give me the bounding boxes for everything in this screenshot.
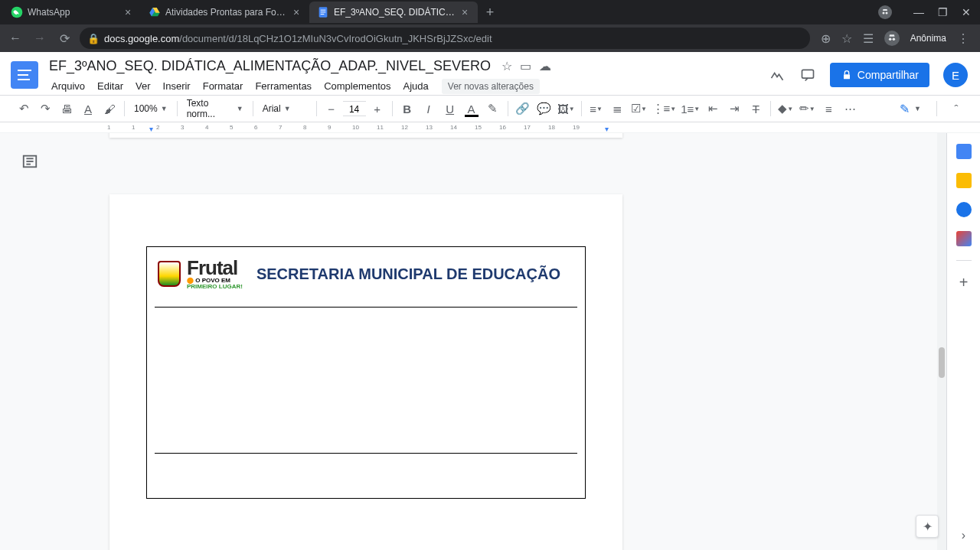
underline-button[interactable]: U [440, 99, 460, 119]
tab-docs-active[interactable]: EF_3ºANO_SEQ. DIDÁTICA_ALIME × [309, 2, 478, 23]
align-button[interactable]: ≡▼ [586, 99, 606, 119]
line-spacing-button[interactable]: ≣ [608, 99, 628, 119]
border-color-button[interactable]: ✏▼ [797, 99, 817, 119]
svg-point-5 [883, 12, 885, 15]
outline-toggle-button[interactable] [21, 153, 38, 170]
menu-ferramentas[interactable]: Ferramentas [250, 77, 317, 95]
explore-button[interactable]: ✦ [916, 515, 939, 538]
italic-button[interactable]: I [419, 99, 439, 119]
document-page[interactable]: Frutal ⬤ O POVO EM PRIMEIRO LUGAR! SECRE… [109, 194, 622, 550]
collapse-toolbar-button[interactable]: ˆ [946, 99, 966, 119]
side-panel: + › [946, 133, 980, 550]
comments-icon[interactable] [799, 67, 816, 83]
new-tab-button[interactable]: + [481, 3, 499, 21]
reading-list-icon[interactable]: ☰ [863, 31, 874, 46]
close-icon[interactable]: × [122, 7, 133, 18]
user-avatar[interactable]: E [943, 63, 968, 87]
menu-editar[interactable]: Editar [92, 77, 129, 95]
fill-color-button[interactable]: ◆▼ [776, 99, 795, 119]
text-color-button[interactable]: A [462, 99, 482, 119]
font-decrease-button[interactable]: − [322, 99, 341, 119]
redo-button[interactable]: ↷ [35, 99, 55, 119]
tab-whatsapp[interactable]: WhatsApp × [3, 2, 141, 23]
keep-icon[interactable] [956, 173, 972, 188]
ruler-tick: 9 [328, 124, 331, 131]
star-icon[interactable]: ☆ [501, 59, 512, 73]
back-button[interactable]: ← [6, 29, 24, 47]
ruler[interactable]: ▾ ▾ 112345678910111213141516171819 [0, 122, 980, 133]
maximize-button[interactable]: ❐ [938, 6, 948, 18]
indent-decrease-button[interactable]: ⇤ [703, 99, 723, 119]
clear-formatting-button[interactable]: T [746, 99, 766, 119]
cloud-status-icon[interactable]: ☁ [539, 59, 551, 73]
editing-mode-button[interactable]: ✎▼ [893, 99, 927, 119]
close-window-button[interactable]: ✕ [962, 6, 971, 18]
vertical-scrollbar[interactable] [937, 133, 946, 550]
close-icon[interactable]: × [459, 7, 470, 18]
font-select[interactable]: Arial▼ [258, 99, 312, 118]
menu-inserir[interactable]: Inserir [158, 77, 196, 95]
addons-button[interactable]: + [956, 275, 972, 290]
print-button[interactable]: 🖶 [57, 99, 77, 119]
share-button[interactable]: Compartilhar [830, 63, 929, 87]
numbered-list-button[interactable]: 1≡▼ [679, 99, 701, 119]
zoom-select[interactable]: 100%▼ [129, 99, 172, 118]
calendar-icon[interactable] [956, 144, 972, 159]
ruler-tick: 1 [107, 124, 110, 131]
font-size-input[interactable]: 14 [343, 101, 366, 116]
menu-icon[interactable]: ⋮ [957, 31, 969, 46]
close-icon[interactable]: × [291, 7, 302, 18]
forward-button[interactable]: → [31, 29, 49, 47]
changes-chip[interactable]: Ver novas alterações [442, 79, 540, 94]
menu-ver[interactable]: Ver [130, 77, 156, 95]
scrollbar-thumb[interactable] [939, 347, 945, 378]
menu-ajuda[interactable]: Ajuda [398, 77, 434, 95]
highlight-button[interactable]: ✎ [483, 99, 503, 119]
docs-home-icon[interactable] [11, 61, 38, 89]
svg-point-8 [892, 37, 895, 41]
ruler-tick: 13 [426, 124, 433, 131]
whatsapp-icon [11, 6, 23, 18]
move-icon[interactable]: ▭ [520, 59, 531, 73]
undo-button[interactable]: ↶ [14, 99, 34, 119]
link-button[interactable]: 🔗 [513, 99, 533, 119]
style-select[interactable]: Texto norm...▼ [182, 99, 248, 118]
zoom-icon[interactable]: ⊕ [821, 31, 831, 46]
url-bar[interactable]: 🔒 docs.google.com/document/d/18LqCHz1O1z… [80, 28, 810, 49]
ruler-tick: 2 [156, 124, 159, 131]
svg-rect-10 [844, 74, 850, 79]
svg-rect-3 [321, 11, 326, 12]
star-icon[interactable]: ☆ [841, 31, 852, 46]
paint-format-button[interactable]: 🖌 [100, 99, 119, 119]
window-controls: — ❐ ✕ [869, 0, 980, 24]
contacts-icon[interactable] [956, 231, 972, 246]
spellcheck-button[interactable]: A [78, 99, 98, 119]
indent-marker-left[interactable]: ▾ [149, 125, 153, 133]
reload-button[interactable]: ⟳ [55, 29, 74, 47]
tab-drive[interactable]: Atividades Prontas para Formata × [141, 2, 309, 23]
collapse-sidepanel-button[interactable]: › [962, 529, 965, 542]
comment-button[interactable]: 💬 [534, 99, 554, 119]
indent-increase-button[interactable]: ⇥ [724, 99, 744, 119]
tab-title: EF_3ºANO_SEQ. DIDÁTICA_ALIME [334, 7, 455, 18]
font-increase-button[interactable]: + [368, 99, 387, 119]
profile-avatar[interactable] [884, 31, 900, 46]
menu-arquivo[interactable]: Arquivo [46, 77, 90, 95]
border-width-button[interactable]: ≡ [818, 99, 838, 119]
tasks-icon[interactable] [956, 202, 972, 217]
document-page-previous[interactable] [109, 133, 622, 138]
share-label: Compartilhar [858, 69, 919, 81]
indent-marker-right[interactable]: ▾ [605, 125, 609, 133]
minimize-button[interactable]: — [913, 6, 924, 18]
menu-complementos[interactable]: Complementos [318, 77, 396, 95]
table-cell[interactable]: Frutal ⬤ O POVO EM PRIMEIRO LUGAR! SECRE… [146, 246, 586, 499]
ruler-tick: 5 [230, 124, 233, 131]
image-button[interactable]: 🖼▼ [556, 99, 577, 119]
document-title[interactable]: EF_3ºANO_SEQ. DIDÁTICA_ALIMENTAÇÃO_ADAP.… [46, 57, 494, 76]
bold-button[interactable]: B [397, 99, 417, 119]
menu-formatar[interactable]: Formatar [198, 77, 249, 95]
border-dash-button[interactable]: ⋯ [840, 99, 860, 119]
activity-icon[interactable] [769, 67, 786, 83]
checklist-button[interactable]: ☑▼ [629, 99, 649, 119]
bulleted-list-button[interactable]: ⋮≡▼ [651, 99, 678, 119]
